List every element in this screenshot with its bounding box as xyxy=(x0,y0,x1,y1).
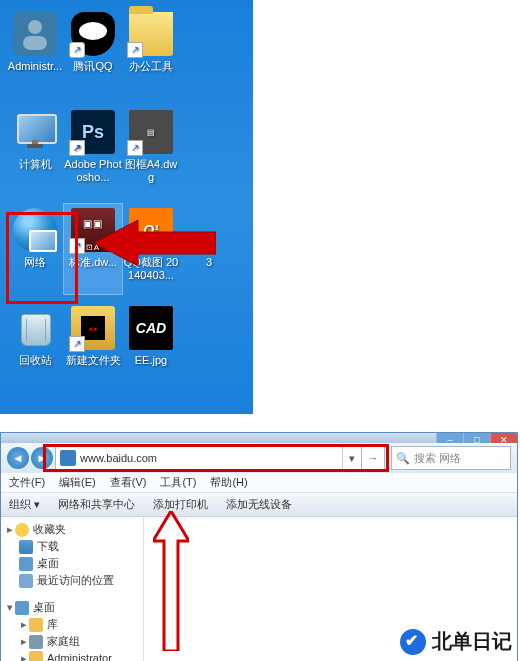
folder-icon xyxy=(129,12,173,56)
annotation-red-arrow-left xyxy=(94,218,216,268)
tree-libraries[interactable]: ▸库 xyxy=(3,616,141,633)
go-button[interactable]: → xyxy=(362,446,385,470)
menu-help[interactable]: 帮助(H) xyxy=(210,475,247,490)
nav-forward-button[interactable]: ► xyxy=(31,447,53,469)
toolbar-add-wireless[interactable]: 添加无线设备 xyxy=(226,497,292,512)
address-bar[interactable]: www.baidu.com ▾ xyxy=(55,446,362,470)
search-input[interactable]: 🔍 搜索 网络 xyxy=(391,446,511,470)
tree-homegroup[interactable]: ▸家庭组 xyxy=(3,633,141,650)
icon-label: 计算机 xyxy=(19,158,52,171)
explorer-window: – □ ✕ ◄ ► www.baidu.com ▾ → 🔍 搜索 网络 文件(F… xyxy=(0,432,518,661)
cad-icon: CAD xyxy=(129,306,173,350)
desktop-icon-cut[interactable] xyxy=(180,8,238,98)
photoshop-icon: Ps xyxy=(71,110,115,154)
tree-desktop-root[interactable]: ▾桌面 xyxy=(3,599,141,616)
toolbar-network-center[interactable]: 网络和共享中心 xyxy=(58,497,135,512)
desktop-icon-office-tools[interactable]: 办公工具 xyxy=(122,8,180,98)
menu-file[interactable]: 文件(F) xyxy=(9,475,45,490)
qq-icon xyxy=(71,12,115,56)
icon-label: Administr... xyxy=(8,60,62,73)
tree-desktop[interactable]: 桌面 xyxy=(3,555,141,572)
nav-back-button[interactable]: ◄ xyxy=(7,447,29,469)
tree-view[interactable]: ▸收藏夹 下载 桌面 最近访问的位置 ▾桌面 ▸库 ▸家庭组 ▸Administ… xyxy=(1,517,144,661)
blank-icon xyxy=(187,110,231,154)
watermark-check-icon xyxy=(400,629,426,655)
search-placeholder: 搜索 网络 xyxy=(414,451,461,466)
icon-label: 新建文件夹 xyxy=(66,354,121,367)
icon-label: 腾讯QQ xyxy=(73,60,112,73)
toolbar: 组织 ▾ 网络和共享中心 添加打印机 添加无线设备 xyxy=(1,493,517,517)
titlebar[interactable]: – □ ✕ xyxy=(1,433,517,443)
svg-marker-0 xyxy=(94,220,216,266)
desktop-area: Administr... 腾讯QQ 办公工具 计算机 Ps Adobe Phot… xyxy=(0,0,253,414)
tree-downloads[interactable]: 下载 xyxy=(3,538,141,555)
menu-tools[interactable]: 工具(T) xyxy=(160,475,196,490)
tree-administrator[interactable]: ▸Administrator xyxy=(3,650,141,661)
address-text[interactable]: www.baidu.com xyxy=(80,452,342,464)
watermark: 北单日记 xyxy=(400,628,512,655)
tree-recent[interactable]: 最近访问的位置 xyxy=(3,572,141,589)
icon-label: Adobe Photosho... xyxy=(64,158,122,183)
icon-label: 图框A4.dwg xyxy=(122,158,180,183)
toolbar-add-printer[interactable]: 添加打印机 xyxy=(153,497,208,512)
desktop-icon-new-folder[interactable]: ●● 新建文件夹 xyxy=(64,302,122,392)
dwg-icon: ▤ xyxy=(129,110,173,154)
desktop-icon-cut[interactable] xyxy=(180,106,238,196)
desktop-icon-photoshop[interactable]: Ps Adobe Photosho... xyxy=(64,106,122,196)
person-icon xyxy=(13,12,57,56)
icon-label: 办公工具 xyxy=(129,60,173,73)
network-icon xyxy=(13,208,57,252)
desktop-icon-ee-jpg[interactable]: CAD EE.jpg xyxy=(122,302,180,392)
address-row: ◄ ► www.baidu.com ▾ → 🔍 搜索 网络 xyxy=(1,443,517,473)
search-icon: 🔍 xyxy=(396,452,410,465)
icon-label: 网络 xyxy=(24,256,46,269)
desktop-icon-computer[interactable]: 计算机 xyxy=(6,106,64,196)
icon-label: 回收站 xyxy=(19,354,52,367)
tree-favorites[interactable]: ▸收藏夹 xyxy=(3,521,141,538)
menu-edit[interactable]: 编辑(E) xyxy=(59,475,96,490)
computer-icon xyxy=(13,110,57,154)
watermark-text: 北单日记 xyxy=(432,628,512,655)
folder-icon: ●● xyxy=(71,306,115,350)
menu-bar: 文件(F) 编辑(E) 查看(V) 工具(T) 帮助(H) xyxy=(1,473,517,493)
toolbar-organize[interactable]: 组织 ▾ xyxy=(9,497,40,512)
recycle-bin-icon xyxy=(13,306,57,350)
address-dropdown-icon[interactable]: ▾ xyxy=(342,447,361,469)
icon-label: EE.jpg xyxy=(135,354,167,367)
address-icon xyxy=(60,450,76,466)
blank-icon xyxy=(187,12,231,56)
desktop-icon-a4-dwg[interactable]: ▤ 图框A4.dwg xyxy=(122,106,180,196)
menu-view[interactable]: 查看(V) xyxy=(110,475,147,490)
desktop-icon-recycle-bin[interactable]: 回收站 xyxy=(6,302,64,392)
desktop-icon-qq[interactable]: 腾讯QQ xyxy=(64,8,122,98)
desktop-icon-administrator[interactable]: Administr... xyxy=(6,8,64,98)
desktop-icon-network[interactable]: 网络 xyxy=(6,204,64,294)
